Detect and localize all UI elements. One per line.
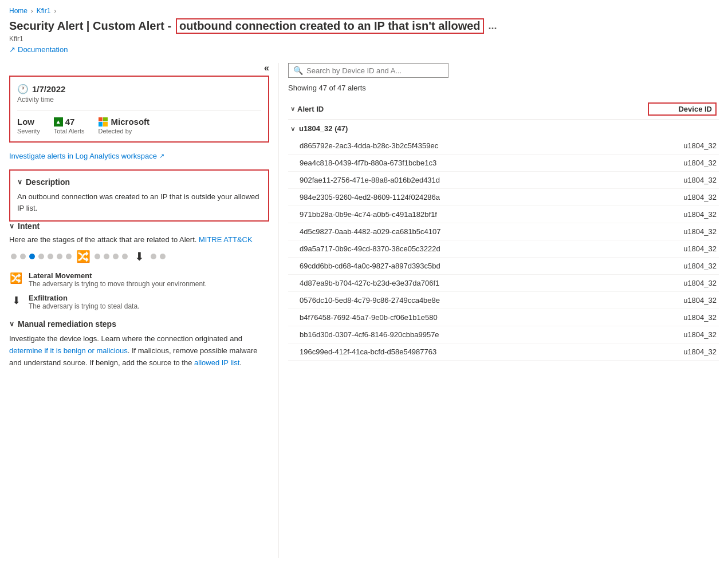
investigate-link-label: Investigate alerts in Log Analytics work… (9, 152, 157, 160)
chain-dot-8 (95, 254, 100, 259)
group-title: u1804_32 (47) (299, 124, 348, 133)
lateral-title: Lateral Movement (29, 271, 207, 280)
table-row[interactable]: 4d87ea9b-b704-427c-b23d-e3e37da706f1 u18… (288, 275, 719, 292)
ellipsis-button[interactable]: ... (489, 20, 497, 32)
table-row[interactable]: d9a5a717-0b9c-49cd-8370-38ce05c3222d u18… (288, 240, 719, 258)
description-chevron: ∨ (17, 178, 22, 186)
breadcrumb: Home › Kfir1 › (9, 7, 719, 15)
table-header: ∨ Alert ID Device ID (288, 99, 719, 120)
page-title: Security Alert | Custom Alert - outbound… (9, 18, 719, 34)
device-id-cell: u1804_32 (648, 193, 717, 201)
exfil-desc: The adversary is trying to steal data. (29, 302, 139, 310)
col-alert-id-label: Alert ID (297, 105, 324, 113)
benign-malicious-link[interactable]: determine if it is benign or malicious (9, 346, 128, 355)
description-card: ∨ Description An outbound connection was… (9, 169, 269, 222)
table-row[interactable]: 0576dc10-5ed8-4c79-9c86-2749cca4be8e u18… (288, 292, 719, 309)
severity-label: Severity (17, 128, 40, 135)
search-input[interactable] (306, 66, 443, 75)
col-device-id-label: Device ID (648, 102, 717, 116)
description-header[interactable]: ∨ Description (17, 177, 261, 187)
alert-id-cell: 0576dc10-5ed8-4c79-9c86-2749cca4be8e (300, 296, 648, 305)
chain-dot-3 (29, 254, 35, 259)
exfiltration-icon: ⬇ (9, 294, 23, 307)
remediation-text: Investigate the device logs. Learn where… (9, 333, 269, 369)
intent-header[interactable]: ∨ Intent (9, 222, 269, 231)
detected-label: Detected by (99, 128, 150, 135)
chevron-icon-2: › (54, 7, 56, 14)
group-chevron: ∨ (290, 125, 296, 133)
investigate-link[interactable]: Investigate alerts in Log Analytics work… (9, 152, 269, 160)
exfil-title: Exfiltration (29, 294, 139, 302)
alert-id-cell: 4d5c9827-0aab-4482-a029-ca681b5c4107 (300, 227, 648, 236)
activity-label: Activity time (17, 96, 261, 104)
device-id-cell: u1804_32 (648, 141, 717, 150)
table-row[interactable]: b4f76458-7692-45a7-9e0b-cf06e1b1e580 u18… (288, 309, 719, 326)
alert-id-cell: bb16d30d-0307-4cf6-8146-920cbba9957e (300, 330, 648, 339)
intent-chevron: ∨ (9, 222, 14, 230)
chain-dot-5 (48, 254, 53, 259)
left-panel: « 🕐 1/7/2022 Activity time Low Severity (9, 63, 278, 558)
detected-by-metric: Microsoft Detected by (99, 117, 150, 135)
alert-id-cell: 4d87ea9b-b704-427c-b23d-e3e37da706f1 (300, 279, 648, 287)
breadcrumb-kfir1[interactable]: Kfir1 (37, 7, 51, 15)
chain-icon-lateral: 🔀 (75, 248, 91, 264)
chain-dot-4 (38, 254, 44, 259)
doc-link-label: Documentation (18, 45, 68, 54)
group-header[interactable]: ∨ u1804_32 (47) (288, 120, 719, 137)
table-row[interactable]: bb16d30d-0307-4cf6-8146-920cbba9957e u18… (288, 326, 719, 343)
alert-id-cell: 984e2305-9260-4ed2-8609-1124f024286a (300, 193, 648, 201)
alert-id-cell: 9ea4c818-0439-4f7b-880a-673f1bcbe1c3 (300, 159, 648, 167)
table-row[interactable]: 9ea4c818-0439-4f7b-880a-673f1bcbe1c3 u18… (288, 155, 719, 172)
device-id-cell: u1804_32 (648, 244, 717, 253)
attack-item-exfil: ⬇ Exfiltration The adversary is trying t… (9, 294, 269, 310)
title-highlighted: outbound connection created to an IP tha… (176, 18, 484, 34)
device-id-cell: u1804_32 (648, 262, 717, 270)
breadcrumb-home[interactable]: Home (9, 7, 27, 15)
alerts-count: 47 (65, 117, 75, 127)
table-row[interactable]: 971bb28a-0b9e-4c74-a0b5-c491a182bf1f u18… (288, 206, 719, 223)
alert-id-cell: d865792e-2ac3-4dda-b28c-3b2c5f4359ec (300, 141, 648, 150)
activity-date: 1/7/2022 (32, 84, 65, 94)
description-title: Description (26, 177, 70, 187)
microsoft-icon (99, 117, 108, 127)
collapse-button[interactable]: « (264, 63, 269, 73)
alert-id-cell: 196c99ed-412f-41ca-bcfd-d58e54987763 (300, 347, 648, 356)
attack-item-lateral: 🔀 Lateral Movement The adversary is tryi… (9, 271, 269, 288)
chain-dot-11 (122, 254, 128, 259)
clock-icon: 🕐 (17, 84, 29, 94)
intent-title: Intent (18, 222, 40, 231)
sort-icon[interactable]: ∨ (290, 105, 295, 113)
chain-dot-10 (113, 254, 119, 259)
severity-value: Low (17, 117, 34, 127)
description-text: An outbound connection was created to an… (17, 191, 261, 214)
table-row[interactable]: 4d5c9827-0aab-4482-a029-ca681b5c4107 u18… (288, 223, 719, 240)
mitre-link[interactable]: MITRE ATT&CK (199, 235, 253, 244)
alert-id-cell: 902fae11-2756-471e-88a8-a016b2ed431d (300, 176, 648, 184)
chevron-icon: › (31, 7, 33, 14)
external-link-icon: ↗ (9, 45, 15, 54)
table-row[interactable]: 984e2305-9260-4ed2-8609-1124f024286a u18… (288, 189, 719, 206)
device-id-cell: u1804_32 (648, 296, 717, 305)
alert-id-cell: b4f76458-7692-45a7-9e0b-cf06e1b1e580 (300, 313, 648, 322)
remediation-title: Manual remediation steps (18, 319, 116, 329)
device-id-cell: u1804_32 (648, 227, 717, 236)
showing-text: Showing 47 of 47 alerts (288, 84, 719, 92)
table-row[interactable]: 902fae11-2756-471e-88a8-a016b2ed431d u18… (288, 172, 719, 189)
search-icon: 🔍 (293, 66, 303, 75)
detected-by-value: Microsoft (111, 117, 150, 127)
chain-dot-12 (151, 254, 156, 259)
remediation-header[interactable]: ∨ Manual remediation steps (9, 319, 269, 329)
device-id-cell: u1804_32 (648, 279, 717, 287)
chain-dot-2 (20, 254, 26, 259)
intent-section: ∨ Intent Here are the stages of the atta… (9, 222, 269, 310)
table-row[interactable]: d865792e-2ac3-4dda-b28c-3b2c5f4359ec u18… (288, 137, 719, 155)
table-row[interactable]: 196c99ed-412f-41ca-bcfd-d58e54987763 u18… (288, 343, 719, 361)
alerts-list: d865792e-2ac3-4dda-b28c-3b2c5f4359ec u18… (288, 137, 719, 361)
alert-id-cell: 69cdd6bb-cd68-4a0c-9827-a897d393c5bd (300, 262, 648, 270)
documentation-link[interactable]: ↗ Documentation (9, 45, 719, 54)
attack-chain: 🔀 ⬇ (9, 248, 269, 264)
table-row[interactable]: 69cdd6bb-cd68-4a0c-9827-a897d393c5bd u18… (288, 258, 719, 275)
chain-dot-1 (11, 254, 17, 259)
severity-metric: Low Severity (17, 117, 40, 135)
allowed-ip-link[interactable]: allowed IP list (194, 358, 239, 367)
